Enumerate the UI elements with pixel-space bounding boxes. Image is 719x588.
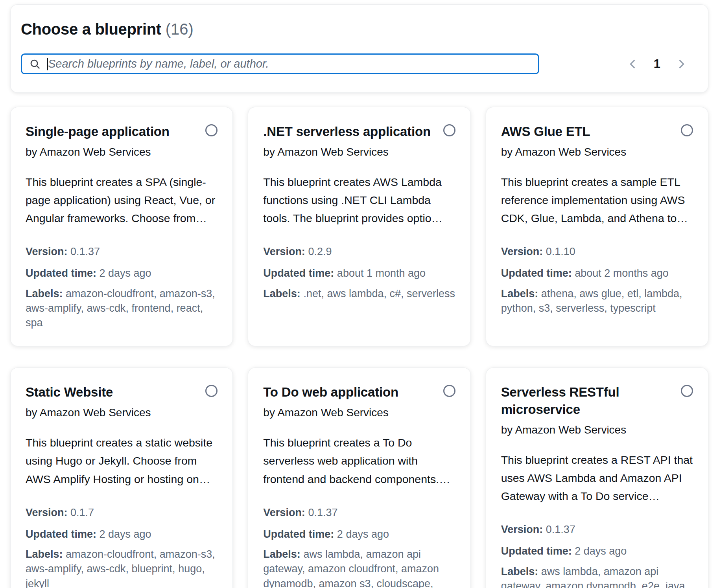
version-row: Version: 0.1.7	[26, 505, 218, 520]
card-author: by Amazon Web Services	[501, 144, 693, 160]
updated-time-label: Updated time:	[263, 267, 334, 279]
page-title: Choose a blueprint (16)	[21, 20, 690, 38]
card-author: by Amazon Web Services	[26, 405, 218, 420]
card-author: by Amazon Web Services	[263, 405, 455, 420]
labels-label: Labels:	[26, 288, 63, 300]
labels-row: Labels: athena, aws glue, etl, lambda, p…	[501, 287, 693, 316]
card-author: by Amazon Web Services	[26, 144, 218, 160]
labels-row: Labels: amazon-cloudfront, amazon-s3, aw…	[26, 547, 218, 588]
labels-label: Labels:	[501, 566, 538, 577]
updated-time-row: Updated time: 2 days ago	[26, 266, 218, 281]
labels-label: Labels:	[263, 288, 301, 300]
labels-label: Labels:	[263, 548, 301, 560]
card-head: To Do web application	[263, 384, 455, 401]
version-value: 0.1.7	[70, 507, 94, 518]
blueprint-card[interactable]: Serverless RESTful microservice by Amazo…	[486, 368, 708, 588]
labels-row: Labels: aws lambda, amazon api gateway, …	[501, 564, 693, 588]
radio-button[interactable]	[681, 385, 693, 397]
card-head: .NET serverless application	[263, 123, 455, 140]
card-head: Static Website	[26, 384, 218, 401]
version-value: 0.2.9	[308, 246, 332, 257]
updated-time-label: Updated time:	[501, 545, 572, 557]
radio-button[interactable]	[205, 385, 218, 397]
prev-page-button[interactable]	[625, 56, 641, 72]
labels-value: .net, aws lambda, c#, serverless	[303, 288, 455, 300]
card-title: AWS Glue ETL	[501, 123, 590, 140]
card-head: Single-page application	[26, 123, 218, 140]
next-page-button[interactable]	[673, 56, 689, 72]
blueprint-card[interactable]: Single-page application by Amazon Web Se…	[11, 107, 232, 346]
version-label: Version:	[501, 246, 543, 257]
version-row: Version: 0.2.9	[263, 244, 455, 259]
card-meta: Version: 0.1.7 Updated time: 2 days ago …	[26, 505, 218, 588]
result-count: (16)	[166, 20, 194, 38]
card-meta: Version: 0.1.37 Updated time: 2 days ago…	[501, 522, 693, 588]
page-number[interactable]: 1	[651, 57, 663, 71]
card-description: This blueprint creates a To Do serverles…	[263, 434, 455, 488]
updated-time-row: Updated time: about 1 month ago	[263, 266, 455, 281]
labels-label: Labels:	[26, 548, 63, 560]
card-description: This blueprint creates a sample ETL refe…	[501, 173, 693, 227]
labels-row: Labels: .net, aws lambda, c#, serverless	[263, 287, 455, 301]
header-card: Choose a blueprint (16) 1	[11, 5, 708, 92]
card-title: .NET serverless application	[263, 123, 431, 140]
radio-button[interactable]	[681, 124, 693, 136]
updated-time-value: 2 days ago	[575, 545, 627, 557]
updated-time-row: Updated time: 2 days ago	[501, 544, 693, 559]
card-description: This blueprint creates AWS Lambda functi…	[263, 173, 455, 227]
chevron-right-icon	[675, 58, 687, 70]
card-meta: Version: 0.1.37 Updated time: 2 days ago…	[263, 505, 455, 588]
blueprint-card[interactable]: To Do web application by Amazon Web Serv…	[248, 368, 470, 588]
card-description: This blueprint creates a SPA (single-pag…	[26, 173, 218, 227]
search-box[interactable]	[21, 53, 539, 74]
version-value: 0.1.37	[308, 507, 337, 518]
page-title-text: Choose a blueprint	[21, 20, 161, 38]
updated-time-label: Updated time:	[263, 528, 334, 540]
version-label: Version:	[26, 507, 68, 518]
radio-button[interactable]	[443, 124, 455, 136]
updated-time-label: Updated time:	[26, 267, 96, 279]
labels-row: Labels: amazon-cloudfront, amazon-s3, aw…	[26, 287, 218, 331]
card-meta: Version: 0.1.37 Updated time: 2 days ago…	[26, 244, 218, 330]
labels-label: Labels:	[501, 288, 538, 300]
updated-time-value: 2 days ago	[100, 267, 151, 279]
updated-time-value: 2 days ago	[337, 528, 389, 540]
page: Choose a blueprint (16) 1	[0, 0, 719, 588]
blueprint-grid: Single-page application by Amazon Web Se…	[11, 107, 708, 588]
card-meta: Version: 0.2.9 Updated time: about 1 mon…	[263, 244, 455, 301]
blueprint-card[interactable]: AWS Glue ETL by Amazon Web Services This…	[486, 107, 708, 346]
card-title: To Do web application	[263, 384, 398, 401]
version-row: Version: 0.1.37	[26, 244, 218, 259]
search-input[interactable]	[48, 57, 532, 70]
card-title: Static Website	[26, 384, 113, 401]
version-row: Version: 0.1.37	[501, 522, 693, 537]
labels-row: Labels: aws lambda, amazon api gateway, …	[263, 547, 455, 588]
search-icon	[29, 58, 41, 70]
card-title: Serverless RESTful microservice	[501, 384, 671, 418]
version-label: Version:	[501, 524, 543, 535]
version-value: 0.1.10	[546, 246, 575, 257]
version-value: 0.1.37	[546, 524, 575, 535]
updated-time-label: Updated time:	[26, 528, 96, 540]
version-value: 0.1.37	[70, 246, 100, 257]
version-label: Version:	[263, 246, 305, 257]
blueprint-card[interactable]: Static Website by Amazon Web Services Th…	[11, 368, 232, 588]
blueprint-card[interactable]: .NET serverless application by Amazon We…	[248, 107, 470, 346]
chevron-left-icon	[627, 58, 640, 70]
card-head: AWS Glue ETL	[501, 123, 693, 140]
updated-time-value: about 1 month ago	[337, 267, 426, 279]
updated-time-row: Updated time: 2 days ago	[26, 527, 218, 542]
card-author: by Amazon Web Services	[263, 144, 455, 160]
updated-time-value: 2 days ago	[100, 528, 151, 540]
radio-button[interactable]	[205, 124, 218, 136]
version-row: Version: 0.1.37	[263, 505, 455, 520]
search-row: 1	[21, 53, 690, 74]
updated-time-row: Updated time: about 2 months ago	[501, 266, 693, 281]
radio-button[interactable]	[443, 385, 455, 397]
card-author: by Amazon Web Services	[501, 422, 693, 437]
version-row: Version: 0.1.10	[501, 244, 693, 259]
updated-time-value: about 2 months ago	[575, 267, 669, 279]
pagination: 1	[625, 56, 690, 72]
updated-time-label: Updated time:	[501, 267, 572, 279]
card-meta: Version: 0.1.10 Updated time: about 2 mo…	[501, 244, 693, 316]
